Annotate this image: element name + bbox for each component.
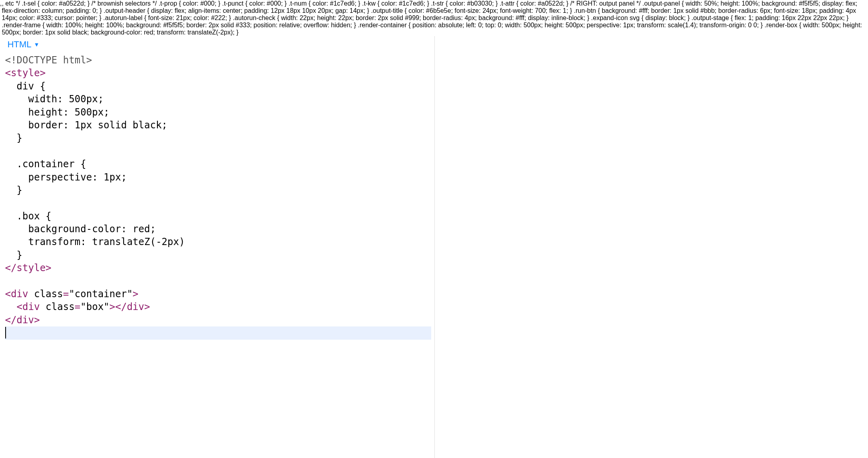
code-cursor-line[interactable] <box>5 326 431 339</box>
code-line[interactable]: <!DOCTYPE html> <box>5 54 431 67</box>
code-line[interactable]: } <box>5 184 431 197</box>
code-line[interactable]: <div class="container"> <box>5 288 431 300</box>
tab-html[interactable]: HTML <box>7 39 31 50</box>
code-line[interactable]: border: 1px solid black; <box>5 119 431 132</box>
code-line[interactable]: background-color: red; <box>5 223 431 235</box>
editor-tabs: HTML ▼ <box>2 36 434 51</box>
editor-panel: HTML ▼ <!DOCTYPE html><style> div { widt… <box>2 36 435 458</box>
code-line[interactable]: div { <box>5 80 431 93</box>
code-line[interactable]: .container { <box>5 158 431 170</box>
code-line[interactable]: transform: translateZ(-2px) <box>5 235 431 248</box>
code-line[interactable] <box>5 197 431 209</box>
text-cursor <box>5 327 6 338</box>
tab-dropdown-icon[interactable]: ▼ <box>34 42 39 47</box>
code-line[interactable]: width: 500px; <box>5 93 431 105</box>
code-line[interactable]: } <box>5 249 431 261</box>
code-line[interactable]: <div class="box"></div> <box>5 300 431 313</box>
code-line[interactable]: </div> <box>5 314 431 326</box>
code-line[interactable]: </style> <box>5 261 431 274</box>
code-line[interactable]: } <box>5 132 431 144</box>
code-editor[interactable]: <!DOCTYPE html><style> div { width: 500p… <box>2 51 434 458</box>
code-line[interactable] <box>5 275 431 288</box>
code-line[interactable]: height: 500px; <box>5 106 431 119</box>
code-line[interactable]: perspective: 1px; <box>5 171 431 184</box>
code-line[interactable]: .box { <box>5 210 431 223</box>
code-line[interactable] <box>5 145 431 158</box>
code-line[interactable]: <style> <box>5 67 431 79</box>
